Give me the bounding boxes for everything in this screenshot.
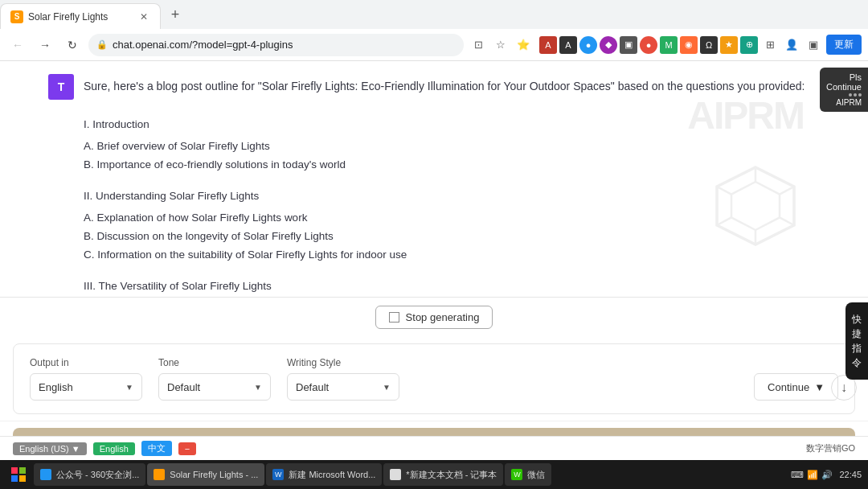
stop-bar: Stop generating bbox=[0, 297, 868, 337]
refresh-btn[interactable]: ↻ bbox=[61, 34, 84, 56]
address-bar[interactable]: 🔒 chat.openai.com/?model=gpt-4-plugins bbox=[88, 34, 464, 56]
taskbar-icon-1 bbox=[40, 469, 51, 480]
taskbar-icon-4 bbox=[390, 469, 401, 480]
tab-close-btn[interactable]: ✕ bbox=[137, 10, 150, 23]
quick-commands-btn[interactable]: 快捷指令 bbox=[845, 302, 868, 380]
taskbar-item-weixin-mp[interactable]: 公众号 - 360安全浏... bbox=[34, 463, 145, 486]
stop-generating-btn[interactable]: Stop generating bbox=[375, 306, 493, 329]
ext-icon-6[interactable]: ● bbox=[640, 36, 657, 54]
right-panel: Pls Continue AIPRM ↓ bbox=[820, 61, 868, 489]
output-value: English bbox=[39, 381, 73, 393]
browser-frame: S Solar Firefly Lights ✕ + ← → ↻ 🔒 chat.… bbox=[0, 0, 868, 489]
taskbar-item-wechat[interactable]: W 微信 bbox=[505, 463, 551, 486]
taskbar-icon-2 bbox=[154, 469, 165, 480]
partial-btn-2[interactable]: 中文 bbox=[141, 441, 172, 456]
tab-title: Solar Firefly Lights bbox=[28, 11, 133, 23]
taskbar-volume-icon[interactable]: 🔊 bbox=[821, 470, 833, 480]
dg-text: 数字营销GO bbox=[806, 442, 855, 454]
taskbar-item-label-3: 新建 Microsoft Word... bbox=[289, 469, 375, 481]
dot3 bbox=[858, 93, 862, 97]
taskbar-right: ⌨ 📶 🔊 22:45 bbox=[791, 470, 862, 480]
chat-main: AIPRM AIPRM T Sure, he bbox=[0, 61, 868, 489]
taskbar-icon-3: W bbox=[272, 469, 284, 480]
taskbar-item-label-5: 微信 bbox=[527, 469, 545, 481]
taskbar: 公众号 - 360安全浏... Solar Firefly Lights - .… bbox=[0, 460, 868, 489]
stop-label: Stop generating bbox=[406, 311, 480, 323]
ext-icon-3[interactable]: ● bbox=[579, 36, 597, 54]
partial-btn-1[interactable]: English bbox=[93, 442, 135, 455]
ext-icon-11[interactable]: ⊕ bbox=[740, 36, 758, 54]
outline-item: A. Brief overview of Solar Firefly Light… bbox=[84, 138, 836, 156]
bottom-partial-row: English (US) ▼ English 中文 − 数字营销GO bbox=[0, 436, 868, 460]
outline-section-1: I. Introduction A. Brief overview of Sol… bbox=[84, 116, 836, 175]
taskbar-item-label-4: *新建文本文档 - 记事本 bbox=[406, 469, 497, 481]
ext-icon-2[interactable]: A bbox=[559, 36, 577, 54]
ext-icon-8[interactable]: ◉ bbox=[680, 36, 698, 54]
outline-section-2: II. Understanding Solar Firefly Lights A… bbox=[84, 187, 836, 265]
nav-bar: ← → ↻ 🔒 chat.openai.com/?model=gpt-4-plu… bbox=[0, 29, 868, 61]
outline-item: A. Explanation of how Solar Firefly Ligh… bbox=[84, 209, 836, 228]
dot2 bbox=[854, 93, 857, 97]
aiprm-controls: Output in English ▼ Tone Default ▼ bbox=[13, 343, 855, 414]
cast-icon[interactable]: ⊡ bbox=[469, 35, 488, 55]
output-select[interactable]: English ▼ bbox=[30, 373, 142, 401]
taskbar-item-notepad[interactable]: *新建文本文档 - 记事本 bbox=[383, 463, 503, 486]
outline-header-1: I. Introduction bbox=[84, 116, 836, 134]
taskbar-item-word[interactable]: W 新建 Microsoft Word... bbox=[266, 463, 382, 486]
profile-icon[interactable]: 👤 bbox=[782, 35, 801, 55]
svg-rect-11 bbox=[19, 475, 26, 482]
ext-icon-7[interactable]: M bbox=[660, 36, 678, 54]
outline-section-3: III. The Versatility of Solar Firefly Li… bbox=[84, 277, 836, 297]
ext-icon-9[interactable]: Ω bbox=[700, 36, 718, 54]
taskbar-sys-icons: ⌨ 📶 🔊 bbox=[791, 470, 833, 480]
tone-label: Tone bbox=[158, 357, 271, 368]
tab-bar: S Solar Firefly Lights ✕ + bbox=[0, 0, 868, 29]
ext-icon-1[interactable]: A bbox=[539, 36, 557, 54]
tab-favicon: S bbox=[10, 10, 23, 23]
aiprm-brand: AIPRM bbox=[826, 98, 862, 107]
output-control: Output in English ▼ bbox=[30, 357, 142, 401]
svg-rect-9 bbox=[19, 467, 26, 474]
chevron-down-icon: ↓ bbox=[841, 380, 847, 395]
writing-style-select[interactable]: Default ▼ bbox=[287, 373, 399, 401]
quick-cmd-label: 快捷指令 bbox=[852, 312, 862, 370]
content-area: AIPRM AIPRM T Sure, he bbox=[0, 61, 868, 489]
forward-btn[interactable]: → bbox=[34, 34, 56, 56]
time-display: 22:45 bbox=[839, 470, 862, 479]
output-chevron-icon: ▼ bbox=[125, 383, 133, 392]
tone-chevron-icon: ▼ bbox=[254, 383, 262, 392]
back-btn[interactable]: ← bbox=[6, 34, 29, 56]
svg-rect-8 bbox=[11, 467, 18, 474]
taskbar-icon-5: W bbox=[511, 469, 522, 480]
writing-style-label: Writing Style bbox=[287, 357, 399, 368]
dot1 bbox=[849, 93, 852, 97]
update-btn[interactable]: 更新 bbox=[826, 35, 862, 55]
new-tab-btn[interactable]: + bbox=[164, 3, 186, 26]
aiprm-dots bbox=[826, 93, 862, 97]
ext-icon-5[interactable]: ▣ bbox=[620, 36, 637, 54]
outline-item: B. Importance of eco-friendly solutions … bbox=[84, 156, 836, 175]
ext-icon-4[interactable]: ◆ bbox=[600, 36, 617, 54]
message-text: Sure, here's a blog post outline for "So… bbox=[84, 74, 805, 95]
bookmark-icon[interactable]: ☆ bbox=[491, 35, 510, 55]
partial-btn-3[interactable]: − bbox=[178, 442, 196, 455]
active-tab[interactable]: S Solar Firefly Lights ✕ bbox=[0, 3, 161, 29]
taskbar-items: 公众号 - 360安全浏... Solar Firefly Lights - .… bbox=[34, 463, 788, 486]
taskbar-keyboard-icon[interactable]: ⌨ bbox=[791, 470, 804, 480]
digital-marketing-label: 数字营销GO bbox=[806, 442, 855, 454]
windows-start-btn[interactable] bbox=[6, 462, 31, 487]
outline-header-3: III. The Versatility of Solar Firefly Li… bbox=[84, 277, 836, 296]
ext-icon-10[interactable]: ★ bbox=[720, 36, 738, 54]
sidebar-icon[interactable]: ▣ bbox=[804, 35, 823, 55]
svg-rect-10 bbox=[11, 475, 18, 482]
tone-select[interactable]: Default ▼ bbox=[158, 373, 271, 401]
star-icon[interactable]: ⭐ bbox=[514, 35, 533, 55]
continue-label: Continue bbox=[768, 381, 809, 393]
outline-header-2: II. Understanding Solar Firefly Lights bbox=[84, 187, 836, 206]
taskbar-item-chatgpt[interactable]: Solar Firefly Lights - ... bbox=[147, 463, 264, 486]
extensions-menu-icon[interactable]: ⊞ bbox=[760, 35, 780, 55]
aiprm-pls-continue-btn[interactable]: Pls Continue AIPRM bbox=[820, 68, 868, 112]
input-lang-btn[interactable]: English (US) ▼ bbox=[13, 442, 87, 455]
taskbar-wifi-icon[interactable]: 📶 bbox=[807, 470, 818, 480]
tone-control: Tone Default ▼ bbox=[158, 357, 271, 401]
